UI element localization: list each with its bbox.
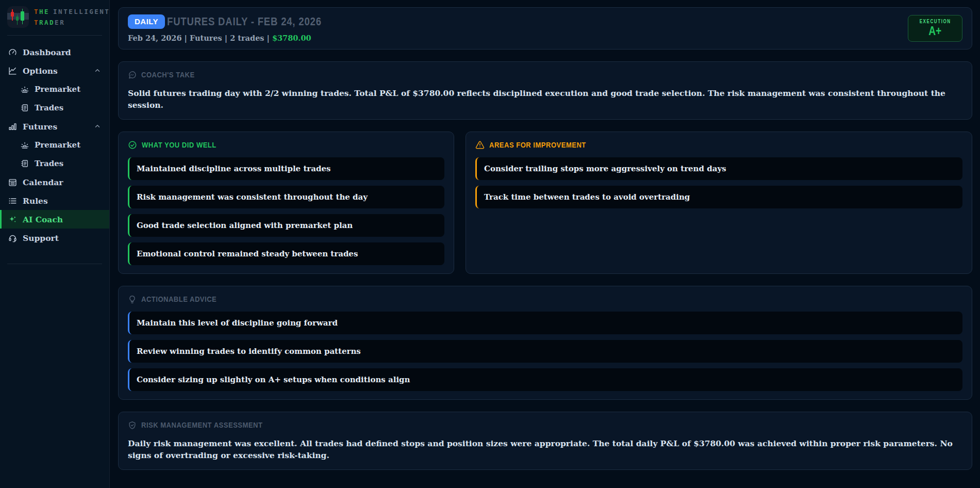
sidebar-nav: Dashboard Options Premarket: [0, 43, 109, 247]
sidebar-item-label: Trades: [35, 103, 63, 112]
sidebar-item-ai-coach[interactable]: AI Coach: [0, 210, 109, 229]
calendar-icon: [8, 178, 17, 187]
daily-badge: DAILY: [128, 14, 165, 29]
sidebar-item-futures-premarket[interactable]: Premarket: [0, 136, 109, 154]
improvement-card: AREAS FOR IMPROVEMENT Consider trailing …: [466, 132, 972, 274]
execution-grade-badge: EXECUTION A+: [908, 15, 962, 42]
advice-list: Maintain this level of discipline going …: [128, 312, 962, 391]
sunrise-icon: [21, 141, 29, 149]
sidebar-item-futures[interactable]: Futures: [0, 117, 109, 136]
advice-title: ACTIONABLE ADVICE: [141, 295, 217, 304]
risk-assessment-body: Daily risk management was excellent. All…: [128, 437, 962, 461]
report-pnl: $3780.00: [272, 34, 311, 42]
shield-check-icon: [128, 421, 137, 430]
logo-text: THEINTELLIGENT TRADER: [34, 6, 110, 28]
sidebar-divider-bottom: [7, 264, 102, 264]
sidebar-item-dashboard[interactable]: Dashboard: [0, 43, 109, 61]
sparkles-icon: [8, 215, 17, 224]
rules-list-icon: [8, 197, 17, 205]
main-content: DAILY FUTURES DAILY - FEB 24, 2026 Feb 2…: [110, 0, 980, 488]
advice-card: ACTIONABLE ADVICE Maintain this level of…: [118, 286, 972, 400]
warning-triangle-icon: [475, 140, 485, 150]
did-well-item: Risk management was consistent throughou…: [128, 186, 444, 208]
advice-item: Maintain this level of discipline going …: [128, 312, 962, 334]
bar-chart-icon: [8, 122, 17, 131]
sidebar-item-label: Premarket: [35, 140, 80, 150]
coach-take-body: Solid futures trading day with 2/2 winni…: [128, 87, 962, 111]
sidebar: THEINTELLIGENT TRADER Dashboard Options: [0, 0, 110, 488]
sidebar-item-label: Rules: [23, 196, 48, 206]
sunrise-icon: [21, 85, 29, 93]
headset-icon: [8, 234, 17, 242]
sidebar-item-rules[interactable]: Rules: [0, 191, 109, 210]
feedback-columns: WHAT YOU DID WELL Maintained discipline …: [118, 132, 972, 274]
sidebar-item-label: Options: [23, 66, 58, 76]
coach-take-card: COACH'S TAKE Solid futures trading day w…: [118, 61, 972, 120]
page-title: FUTURES DAILY - FEB 24, 2026: [167, 15, 322, 28]
execution-grade: A+: [916, 24, 955, 38]
risk-assessment-card: RISK MANAGEMENT ASSESSMENT Daily risk ma…: [118, 412, 972, 470]
check-circle-icon: [128, 140, 137, 150]
sidebar-item-label: Dashboard: [23, 47, 71, 57]
did-well-title: WHAT YOU DID WELL: [142, 140, 217, 150]
sidebar-item-options[interactable]: Options: [0, 61, 109, 80]
sidebar-item-support[interactable]: Support: [0, 229, 109, 247]
sidebar-item-label: Calendar: [23, 177, 63, 187]
did-well-item: Emotional control remained steady betwee…: [128, 242, 444, 265]
app-root: THEINTELLIGENT TRADER Dashboard Options: [0, 0, 980, 488]
improvement-item: Consider trailing stops more aggressivel…: [475, 157, 962, 180]
line-chart-icon: [8, 67, 17, 75]
report-header-card: DAILY FUTURES DAILY - FEB 24, 2026 Feb 2…: [118, 7, 972, 50]
chevron-up-icon[interactable]: [94, 67, 101, 74]
did-well-item: Good trade selection aligned with premar…: [128, 214, 444, 237]
advice-item: Consider sizing up slightly on A+ setups…: [128, 368, 962, 391]
journal-icon: [21, 104, 29, 112]
did-well-card: WHAT YOU DID WELL Maintained discipline …: [118, 132, 454, 274]
improvement-title: AREAS FOR IMPROVEMENT: [489, 140, 586, 150]
improvement-list: Consider trailing stops more aggressivel…: [475, 157, 962, 208]
advice-item: Review winning trades to identify common…: [128, 340, 962, 363]
did-well-list: Maintained discipline across multiple tr…: [128, 157, 444, 265]
sidebar-item-futures-trades[interactable]: Trades: [0, 154, 109, 173]
sidebar-item-label: Trades: [35, 159, 63, 168]
journal-icon: [21, 159, 29, 168]
sidebar-item-label: AI Coach: [23, 215, 63, 224]
did-well-item: Maintained discipline across multiple tr…: [128, 157, 444, 180]
improvement-item: Track time between trades to avoid overt…: [475, 186, 962, 208]
coach-take-title: COACH'S TAKE: [141, 70, 195, 79]
gauge-icon: [8, 48, 17, 57]
sidebar-divider-top: [7, 35, 102, 36]
sidebar-item-label: Premarket: [35, 85, 80, 94]
lightbulb-icon: [128, 295, 137, 304]
quote-bubble-icon: [128, 71, 137, 79]
sidebar-item-label: Futures: [23, 122, 57, 132]
risk-assessment-title: RISK MANAGEMENT ASSESSMENT: [141, 420, 262, 430]
candlestick-logo-icon: [7, 6, 29, 28]
report-header-left: DAILY FUTURES DAILY - FEB 24, 2026 Feb 2…: [128, 14, 351, 42]
sidebar-item-label: Support: [23, 233, 59, 243]
report-meta: Feb 24, 2026 | Futures | 2 trades | $378…: [128, 34, 351, 42]
logo[interactable]: THEINTELLIGENT TRADER: [0, 0, 109, 35]
sidebar-item-calendar[interactable]: Calendar: [0, 173, 109, 191]
sidebar-item-options-trades[interactable]: Trades: [0, 99, 109, 117]
sidebar-item-options-premarket[interactable]: Premarket: [0, 80, 109, 99]
report-meta-text: Feb 24, 2026 | Futures | 2 trades |: [128, 34, 272, 42]
chevron-up-icon[interactable]: [94, 123, 101, 130]
